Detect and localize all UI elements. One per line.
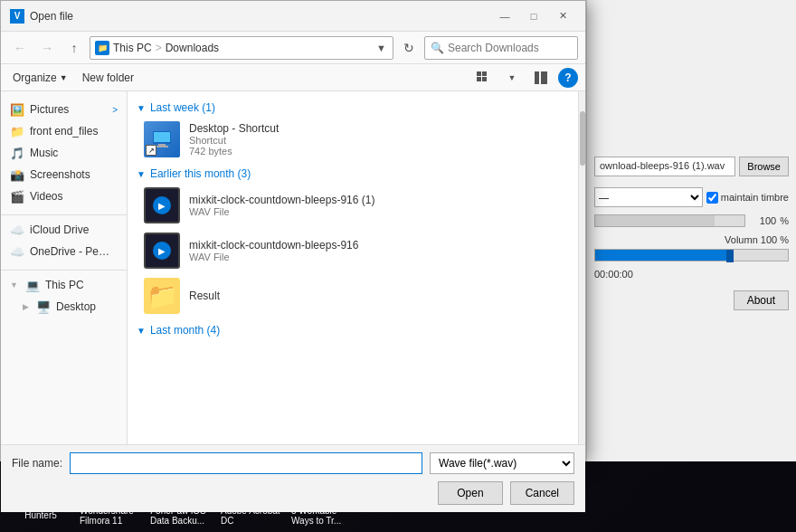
filename-label: File name: — [12, 457, 62, 470]
wav2-play-icon: ▶ — [153, 242, 171, 260]
shortcut-arrow: ↗ — [146, 145, 156, 156]
sidebar-item-desktop[interactable]: ▶ 🖥️ Desktop — [1, 296, 127, 318]
rp-volume-slider[interactable] — [594, 249, 789, 261]
breadcrumb-sep: > — [156, 42, 162, 54]
rp-maintain-timbre-checkbox[interactable] — [706, 192, 718, 204]
wav2-name: mixkit-clock-countdown-bleeps-916 — [189, 239, 569, 252]
group-earlier-month[interactable]: ▼ Earlier this month (3) — [137, 162, 576, 183]
sidebar-label-pictures: Pictures — [30, 103, 69, 116]
pictures-icon: 🖼️ — [10, 102, 24, 117]
address-bar[interactable]: 📁 This PC > Downloads ▼ — [90, 36, 393, 60]
open-file-dialog: V Open file — □ ✕ ← → ↑ 📁 This PC > Down… — [0, 0, 586, 461]
group-last-month-label: Last month (4) — [150, 324, 220, 337]
address-toolbar: ← → ↑ 📁 This PC > Downloads ▼ ↻ 🔍 — [1, 32, 585, 64]
result-name: Result — [189, 290, 569, 302]
right-panel: ownload-bleeps-916 (1).wav Browse — main… — [586, 0, 796, 461]
sidebar-expand-pictures[interactable]: > — [112, 105, 118, 115]
sidebar-label-screenshots: Screenshots — [30, 168, 90, 181]
group-last-week-label: Last week (1) — [150, 101, 215, 114]
sidebar-item-pictures[interactable]: 🖼️ Pictures > — [1, 99, 127, 120]
file-item-wav2[interactable]: ▶ mixkit-clock-countdown-bleeps-916 WAV … — [137, 228, 576, 273]
scrollbar-thumb[interactable] — [580, 111, 585, 166]
sidebar-item-icloud[interactable]: ☁️ iCloud Drive — [1, 219, 127, 241]
sidebar-item-videos[interactable]: 🎬 Videos — [1, 185, 127, 207]
sidebar-item-screenshots[interactable]: 📸 Screenshots — [1, 164, 127, 185]
rp-time-display: 00:00:00 — [594, 267, 789, 281]
filename-input[interactable] — [70, 452, 422, 474]
folder-icon: 📁 — [147, 281, 178, 311]
refresh-button[interactable]: ↻ — [397, 36, 421, 60]
view-dropdown-button[interactable]: ▼ — [500, 68, 524, 88]
sidebar-label-onedrive: OneDrive - Pers... — [30, 245, 111, 258]
rp-select[interactable]: — — [594, 187, 703, 207]
content-area: 🖼️ Pictures > 📁 front end_files 🎵 Music … — [1, 91, 585, 444]
address-icon: 📁 — [95, 41, 109, 55]
cancel-button[interactable]: Cancel — [510, 481, 574, 505]
title-bar: V Open file — □ ✕ — [1, 1, 585, 32]
up-button[interactable]: ↑ — [62, 36, 86, 60]
desktop-expand-icon[interactable]: ▶ — [23, 302, 29, 311]
rp-maintain-timbre-label[interactable]: maintain timbre — [706, 192, 789, 204]
rp-about-button[interactable]: About — [734, 290, 789, 310]
thispc-icon: 💻 — [25, 278, 40, 292]
sidebar-item-frontend[interactable]: 📁 front end_files — [1, 120, 127, 142]
sidebar-item-music[interactable]: 🎵 Music — [1, 142, 127, 164]
file-item-wav1[interactable]: ▶ mixkit-clock-countdown-bleeps-916 (1) … — [137, 183, 576, 228]
sidebar-label-frontend: front end_files — [30, 125, 98, 138]
breadcrumb-this-pc[interactable]: This PC — [113, 42, 152, 54]
result-folder-thumb: 📁 — [144, 278, 180, 314]
search-box: 🔍 — [424, 36, 578, 60]
scrollbar[interactable] — [578, 91, 585, 444]
new-folder-button[interactable]: New folder — [78, 70, 138, 86]
pane-button[interactable] — [529, 68, 553, 88]
rp-volume-label: Volumn 100 % — [594, 234, 789, 245]
wav2-info: mixkit-clock-countdown-bleeps-916 WAV Fi… — [189, 239, 569, 262]
sidebar-label-icloud: iCloud Drive — [30, 223, 89, 236]
search-input[interactable] — [448, 42, 565, 54]
view-button[interactable] — [471, 68, 495, 88]
wav1-thumb: ▶ — [144, 187, 180, 223]
desktop-shortcut-info: Desktop - Shortcut Shortcut 742 bytes — [189, 122, 569, 157]
sidebar-label-thispc: This PC — [45, 279, 84, 291]
filetype-select[interactable]: Wave file(*.wav) All Files (*.*) — [430, 452, 574, 474]
file-item-result[interactable]: 📁 Result — [137, 273, 576, 318]
breadcrumb-downloads[interactable]: Downloads — [166, 42, 219, 54]
window-controls: — □ ✕ — [491, 7, 576, 25]
wav1-info: mixkit-clock-countdown-bleeps-916 (1) WA… — [189, 194, 569, 217]
organize-button[interactable]: Organize ▼ — [8, 70, 72, 86]
action-row: Open Cancel — [12, 481, 574, 505]
address-dropdown-button[interactable]: ▼ — [374, 43, 388, 53]
desktop-shortcut-name: Desktop - Shortcut — [189, 122, 569, 135]
svg-rect-7 — [154, 132, 170, 142]
videos-icon: 🎬 — [10, 189, 24, 204]
svg-rect-4 — [535, 71, 539, 84]
help-button[interactable]: ? — [558, 68, 578, 88]
rp-volume-fill — [595, 250, 730, 261]
wav2-type: WAV File — [189, 252, 569, 262]
group-last-month[interactable]: ▼ Last month (4) — [137, 318, 576, 339]
wav1-name: mixkit-clock-countdown-bleeps-916 (1) — [189, 194, 569, 206]
svg-rect-0 — [477, 71, 481, 76]
rp-browse-button[interactable]: Browse — [739, 157, 789, 176]
svg-rect-2 — [477, 77, 481, 81]
desktop-shortcut-type: Shortcut — [189, 135, 569, 146]
sidebar-item-thispc[interactable]: ▼ 💻 This PC — [1, 274, 127, 296]
desktop-icon: 🖥️ — [36, 299, 51, 314]
close-button[interactable]: ✕ — [549, 7, 576, 25]
sidebar-label-videos: Videos — [30, 190, 62, 203]
dialog-icon: V — [10, 9, 24, 24]
group-last-week[interactable]: ▼ Last week (1) — [137, 96, 576, 117]
forward-button[interactable]: → — [35, 36, 59, 60]
open-button[interactable]: Open — [438, 481, 502, 505]
rp-speed-slider[interactable] — [594, 214, 745, 227]
thispc-expand-icon[interactable]: ▼ — [10, 280, 18, 290]
back-button[interactable]: ← — [8, 36, 32, 60]
group-last-week-chevron: ▼ — [137, 103, 146, 113]
sidebar-item-onedrive[interactable]: ☁️ OneDrive - Pers... — [1, 241, 127, 262]
minimize-button[interactable]: — — [491, 7, 518, 25]
maximize-button[interactable]: □ — [520, 7, 547, 25]
bottom-bar: File name: Wave file(*.wav) All Files (*… — [1, 444, 585, 512]
sidebar: 🖼️ Pictures > 📁 front end_files 🎵 Music … — [1, 91, 128, 444]
title-left: V Open file — [10, 9, 73, 24]
file-item-desktop-shortcut[interactable]: ↗ Desktop - Shortcut Shortcut 742 bytes — [137, 117, 576, 162]
